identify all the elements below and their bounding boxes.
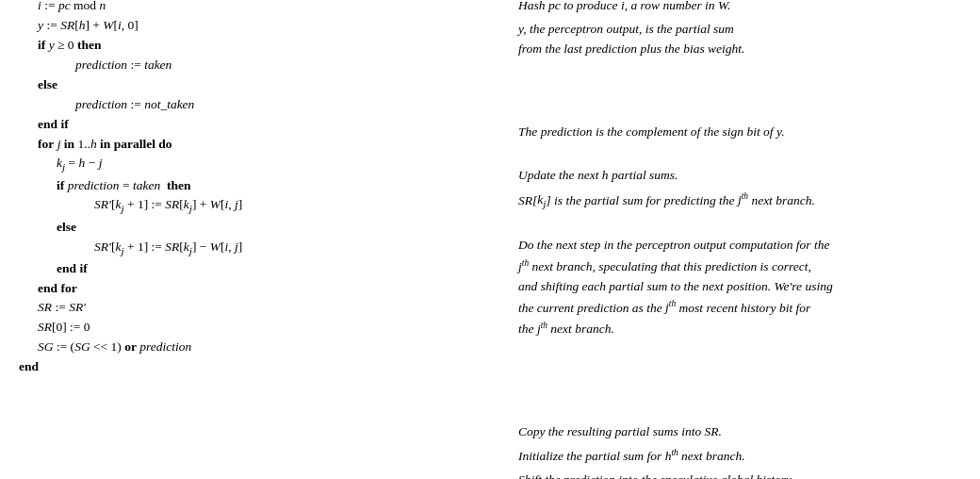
comment-y: y, the perceptron output, is the partial… xyxy=(518,20,961,59)
code-sr0: SR[0] := 0 xyxy=(19,318,490,338)
spacer-else xyxy=(518,103,961,123)
comment-sr-copy-line: Copy the resulting partial sums into SR. xyxy=(518,422,961,442)
spacer-taken xyxy=(518,83,961,103)
comment-i: Hash pc to produce i, a row number in W. xyxy=(518,0,961,16)
comment-sg-line: Shift the prediction into the speculativ… xyxy=(518,471,961,479)
spacer-else2 xyxy=(518,343,961,363)
code-sr-minus: SR′[kj + 1] := SR[kj] − W[i, j] xyxy=(19,238,490,259)
comment-sr-ops: Do the next step in the perceptron outpu… xyxy=(518,236,961,339)
code-line-pred-taken: prediction := taken xyxy=(19,56,490,75)
comment-sr-copy: Copy the resulting partial sums into SR. xyxy=(518,422,961,442)
code-end: end xyxy=(19,357,490,377)
comment-sr-line4: the current prediction as the jth most r… xyxy=(518,297,961,318)
comment-section: Hash pc to produce i, a row number in W.… xyxy=(490,0,961,479)
code-line-i: i := pc mod n xyxy=(19,0,490,16)
comment-for-line1: Update the next h partial sums. xyxy=(518,166,961,186)
comment-sr0-line: Initialize the partial sum for hth next … xyxy=(518,445,961,466)
code-sr-plus: SR′[kj + 1] := SR[kj] + W[i, j] xyxy=(19,195,490,217)
code-section: function prediction (pc: integer) : { ta… xyxy=(19,0,490,479)
code-endfor: end for xyxy=(19,279,490,299)
spacer-endif2 xyxy=(518,383,961,403)
main-container: function prediction (pc: integer) : { ta… xyxy=(19,0,961,479)
code-sr-assign: SR := SR′ xyxy=(19,298,490,318)
comment-sr-line5: the jth next branch. xyxy=(518,318,961,339)
comment-sg: Shift the prediction into the speculativ… xyxy=(518,471,961,479)
code-kj: kj = h − j xyxy=(19,154,490,175)
code-else-2: else xyxy=(19,218,490,238)
comment-sr-line2: jth next branch, speculating that this p… xyxy=(518,256,961,276)
spacer-ify xyxy=(518,63,961,83)
comment-kj: SR[kj] is the partial sum for predicting… xyxy=(518,190,961,213)
code-comment-row: function prediction (pc: integer) : { ta… xyxy=(19,0,961,479)
code-if-pred: if prediction = taken then xyxy=(19,176,490,196)
spacer-endif1 xyxy=(518,146,961,166)
comment-i-line1: Hash pc to produce i, a row number in W. xyxy=(518,0,961,16)
code-else-1: else xyxy=(19,75,490,95)
comment-else: The prediction is the complement of the … xyxy=(518,103,961,142)
code-line-y: y := SR[h] + W[i, 0] xyxy=(19,16,490,36)
spacer-endfor xyxy=(518,403,961,422)
comment-for: Update the next h partial sums. xyxy=(518,166,961,186)
comment-y-line1: y, the perceptron output, is the partial… xyxy=(518,20,961,40)
comment-nottaken: The prediction is the complement of the … xyxy=(518,123,961,142)
comment-sr0: Initialize the partial sum for hth next … xyxy=(518,445,961,466)
spacer-sr-minus xyxy=(518,363,961,383)
comment-sr-line1: Do the next step in the perceptron outpu… xyxy=(518,236,961,256)
comment-sr-line3: and shifting each partial sum to the nex… xyxy=(518,277,961,297)
comment-kj-line1: SR[kj] is the partial sum for predicting… xyxy=(518,190,961,213)
code-sg: SG := (SG << 1) or prediction xyxy=(19,338,490,357)
code-for: for j in 1..h in parallel do xyxy=(19,135,490,155)
spacer-ifpred xyxy=(518,216,961,236)
code-endif-1: end if xyxy=(19,115,490,135)
comment-y-line2: from the last prediction plus the bias w… xyxy=(518,40,961,59)
code-endif-2: end if xyxy=(19,259,490,279)
code-line-if-y: if y ≥ 0 then xyxy=(19,36,490,56)
code-line-pred-nottaken: prediction := not_taken xyxy=(19,95,490,115)
